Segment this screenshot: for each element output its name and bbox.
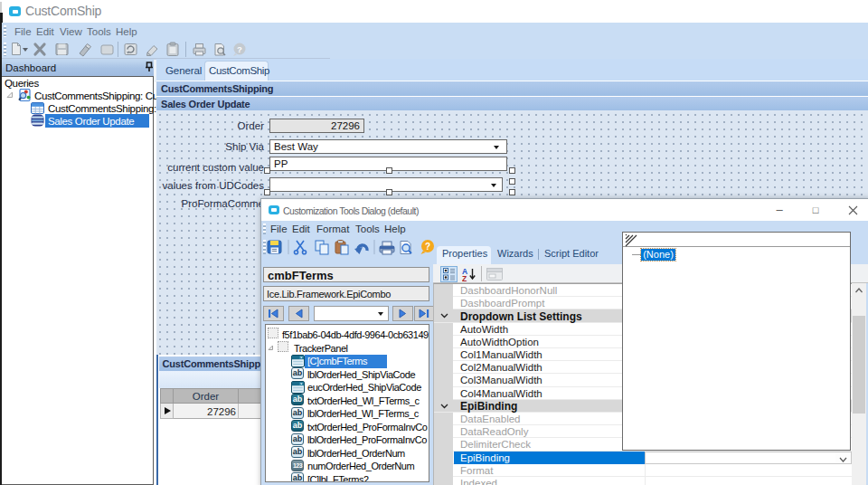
svg-text:?: ? — [425, 242, 430, 252]
svg-text:?: ? — [237, 44, 242, 54]
svg-text:Z: Z — [462, 274, 467, 282]
